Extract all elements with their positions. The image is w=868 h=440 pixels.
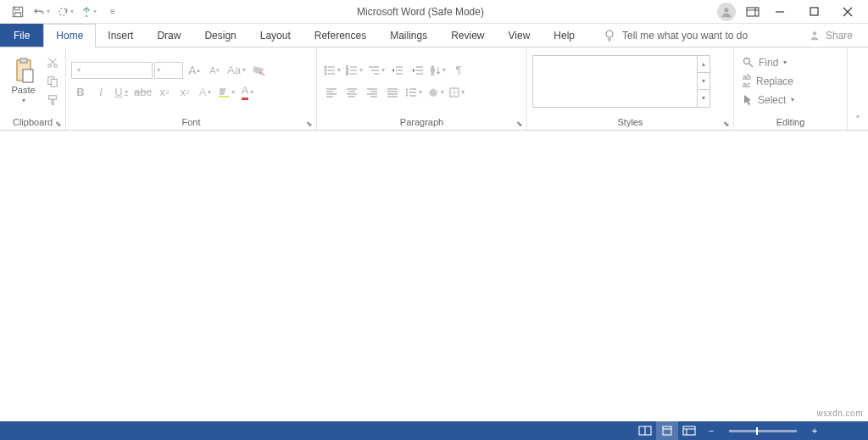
watermark: wsxdn.com [816, 409, 863, 418]
replace-icon: abac [743, 74, 751, 89]
document-canvas[interactable] [0, 131, 868, 421]
find-button[interactable]: Find▾ [739, 54, 798, 71]
group-label-paragraph: Paragraph [400, 117, 443, 127]
tab-home[interactable]: Home [43, 24, 96, 47]
lightbulb-icon [604, 29, 615, 42]
group-font: A▴ A▾ Aa B I U abc x2 x2 A A Font⬊ [66, 47, 317, 130]
strikethrough-icon[interactable]: abc [132, 83, 153, 102]
shading-icon[interactable] [426, 83, 446, 102]
qat-customize-icon[interactable]: ≡ [102, 2, 124, 22]
gallery-more-icon[interactable]: ▾ [698, 90, 709, 106]
align-center-icon[interactable] [342, 83, 361, 102]
format-painter-icon[interactable] [45, 92, 60, 109]
quick-access-toolbar: ≡ [0, 2, 124, 22]
group-clipboard: Paste ▾ Clipboard⬊ [0, 47, 66, 130]
gallery-down-icon[interactable]: ▾ [698, 73, 709, 90]
increase-indent-icon[interactable] [409, 61, 427, 80]
select-button[interactable]: Select▾ [739, 92, 798, 109]
clear-formatting-icon[interactable] [249, 61, 268, 80]
highlight-icon[interactable] [216, 83, 236, 102]
read-mode-icon[interactable] [634, 421, 656, 440]
numbering-icon[interactable]: 123 [344, 61, 364, 80]
svg-point-11 [54, 64, 58, 67]
svg-point-10 [48, 64, 52, 67]
paste-button[interactable]: Paste ▾ [5, 54, 42, 108]
align-right-icon[interactable] [363, 83, 381, 102]
ribbon: Paste ▾ Clipboard⬊ A▴ A▾ Aa B I [0, 47, 868, 131]
tab-file[interactable]: File [0, 24, 43, 47]
text-effects-icon[interactable]: A [196, 83, 214, 102]
grow-font-icon[interactable]: A▴ [185, 61, 203, 80]
ribbon-display-options-icon[interactable] [746, 7, 760, 17]
tab-draw[interactable]: Draw [145, 24, 192, 47]
styles-gallery[interactable]: ▴ ▾ ▾ [532, 55, 710, 108]
replace-button[interactable]: abacReplace [739, 73, 798, 90]
underline-icon[interactable]: U [112, 83, 131, 102]
svg-rect-14 [49, 95, 57, 98]
group-paragraph: 123 AZ ¶ Paragraph⬊ [317, 47, 527, 130]
dialog-launcher-icon[interactable]: ⬊ [516, 120, 523, 128]
change-case-icon[interactable]: Aa [225, 61, 248, 80]
zoom-in-icon[interactable]: + [804, 421, 826, 440]
tab-view[interactable]: View [497, 24, 542, 47]
collapse-ribbon-icon[interactable]: ˄ [848, 47, 868, 130]
font-color-icon[interactable]: A [238, 83, 257, 102]
tab-design[interactable]: Design [192, 24, 248, 47]
dialog-launcher-icon[interactable]: ⬊ [723, 120, 730, 128]
zoom-slider[interactable] [729, 430, 797, 432]
cut-icon[interactable] [45, 54, 60, 71]
zoom-out-icon[interactable]: − [700, 421, 722, 440]
tab-layout[interactable]: Layout [248, 24, 303, 47]
group-styles: ▴ ▾ ▾ Styles⬊ [527, 47, 734, 130]
decrease-indent-icon[interactable] [388, 61, 407, 80]
print-layout-icon[interactable] [656, 421, 678, 440]
svg-text:Z: Z [431, 70, 435, 75]
dialog-launcher-icon[interactable]: ⬊ [55, 120, 62, 128]
svg-rect-9 [23, 70, 33, 82]
font-name-combo[interactable] [71, 62, 153, 79]
account-avatar-icon[interactable] [717, 3, 736, 21]
svg-point-18 [325, 73, 326, 75]
bold-icon[interactable]: B [71, 83, 90, 102]
dialog-launcher-icon[interactable]: ⬊ [306, 120, 313, 128]
svg-rect-3 [747, 8, 759, 16]
tab-references[interactable]: References [303, 24, 378, 47]
tell-me-placeholder: Tell me what you want to do [622, 30, 748, 42]
superscript-icon[interactable]: x2 [175, 83, 194, 102]
window-title: Microsoft Word (Safe Mode) [124, 6, 717, 18]
multilevel-list-icon[interactable] [366, 61, 387, 80]
sort-icon[interactable]: AZ [429, 61, 448, 80]
shrink-font-icon[interactable]: A▾ [205, 61, 224, 80]
share-button[interactable]: Share [793, 24, 868, 47]
tab-insert[interactable]: Insert [96, 24, 145, 47]
subscript-icon[interactable]: x2 [155, 83, 174, 102]
borders-icon[interactable] [448, 83, 466, 102]
justify-icon[interactable] [383, 83, 402, 102]
italic-icon[interactable]: I [92, 83, 110, 102]
line-spacing-icon[interactable] [403, 83, 424, 102]
save-icon[interactable] [7, 2, 29, 22]
show-hide-icon[interactable]: ¶ [449, 61, 468, 80]
title-bar: ≡ Microsoft Word (Safe Mode) [0, 0, 868, 24]
close-button[interactable] [831, 0, 865, 24]
redo-icon[interactable] [54, 2, 76, 22]
bullets-icon[interactable] [322, 61, 342, 80]
align-left-icon[interactable] [322, 83, 341, 102]
maximize-button[interactable] [797, 0, 831, 24]
copy-icon[interactable] [45, 73, 60, 90]
svg-point-17 [325, 70, 326, 71]
tab-mailings[interactable]: Mailings [378, 24, 439, 47]
minimize-button[interactable] [763, 0, 797, 24]
svg-point-1 [59, 8, 67, 15]
gallery-up-icon[interactable]: ▴ [698, 56, 709, 73]
web-layout-icon[interactable] [678, 421, 700, 440]
svg-rect-8 [20, 58, 27, 63]
undo-icon[interactable] [31, 2, 53, 22]
group-label-editing: Editing [776, 117, 805, 127]
svg-rect-4 [810, 8, 818, 15]
tab-review[interactable]: Review [439, 24, 496, 47]
tab-help[interactable]: Help [542, 24, 587, 47]
touch-mode-icon[interactable] [78, 2, 100, 22]
font-size-combo[interactable] [154, 62, 183, 79]
tell-me-search[interactable]: Tell me what you want to do [587, 24, 793, 47]
